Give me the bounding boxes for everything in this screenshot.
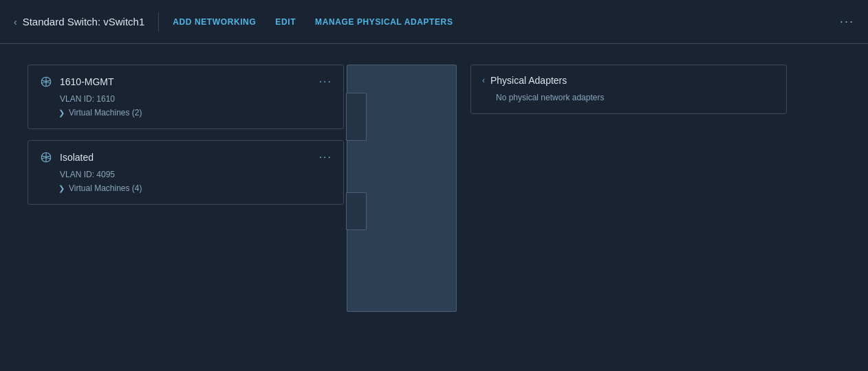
vswitch-connector-top	[346, 93, 367, 141]
port-groups-section: 1610-MGMT ··· VLAN ID: 1610 ❯ Virtual Ma…	[28, 65, 344, 205]
vswitch-connector-bottom	[346, 192, 367, 230]
adapters-header: ‹ Physical Adapters	[482, 75, 772, 86]
port-group-header: 1610-MGMT ···	[39, 75, 332, 89]
port-group-card-isolated: Isolated ··· VLAN ID: 4095 ❯ Virtual Mac…	[28, 140, 344, 205]
network-port-group-icon-isolated	[39, 150, 53, 164]
port-group-name-isolated: Isolated	[60, 152, 94, 163]
collapse-chevron[interactable]: ‹	[14, 16, 17, 27]
network-port-group-icon	[39, 75, 53, 89]
expand-chevron-icon: ❯	[58, 109, 65, 117]
toolbar: ‹ Standard Switch: vSwitch1 ADD NETWORKI…	[0, 0, 868, 44]
adapters-card: ‹ Physical Adapters No physical network …	[470, 65, 787, 114]
port-group-vlan-isolated: VLAN ID: 4095	[39, 170, 332, 179]
port-group-vm-label-isolated: Virtual Machines (4)	[69, 183, 142, 193]
toolbar-divider	[158, 12, 159, 32]
port-group-title-row-isolated: Isolated	[39, 150, 94, 164]
expand-chevron-icon-isolated: ❯	[58, 184, 65, 193]
adapters-empty-message: No physical network adapters	[482, 93, 772, 102]
port-group-vms-expand-1610-mgmt[interactable]: ❯ Virtual Machines (2)	[39, 108, 332, 117]
vswitch-body	[347, 65, 457, 312]
port-group-header-isolated: Isolated ···	[39, 150, 332, 164]
port-group-card-1610-mgmt: 1610-MGMT ··· VLAN ID: 1610 ❯ Virtual Ma…	[28, 65, 344, 129]
edit-button[interactable]: EDIT	[275, 17, 296, 27]
port-group-menu-isolated[interactable]: ···	[319, 151, 332, 164]
add-networking-button[interactable]: ADD NETWORKING	[173, 17, 256, 27]
port-group-vm-label: Virtual Machines (2)	[69, 108, 142, 117]
port-group-name-1610-mgmt: 1610-MGMT	[60, 76, 114, 87]
vswitch-diagram	[347, 65, 457, 312]
more-options-button[interactable]: ···	[840, 14, 854, 29]
port-group-vms-expand-isolated[interactable]: ❯ Virtual Machines (4)	[39, 183, 332, 193]
port-group-title-row: 1610-MGMT	[39, 75, 114, 89]
adapters-title: Physical Adapters	[490, 75, 567, 86]
adapters-collapse-chevron[interactable]: ‹	[482, 76, 485, 85]
port-group-vlan-1610-mgmt: VLAN ID: 1610	[39, 94, 332, 104]
main-content: 1610-MGMT ··· VLAN ID: 1610 ❯ Virtual Ma…	[0, 44, 868, 371]
page-container: ‹ Standard Switch: vSwitch1 ADD NETWORKI…	[0, 0, 868, 371]
physical-adapters-section: ‹ Physical Adapters No physical network …	[470, 65, 840, 114]
manage-physical-adapters-button[interactable]: MANAGE PHYSICAL ADAPTERS	[315, 17, 453, 27]
port-group-menu-1610-mgmt[interactable]: ···	[319, 76, 332, 88]
switch-title: Standard Switch: vSwitch1	[23, 16, 145, 27]
